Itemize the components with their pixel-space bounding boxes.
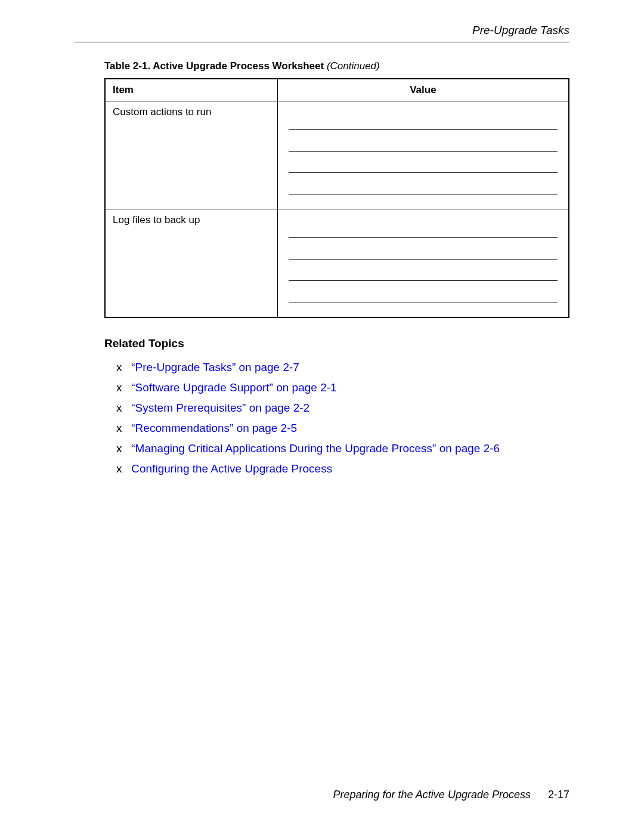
list-item: x Configuring the Active Upgrade Process xyxy=(116,462,569,475)
list-item: x “Software Upgrade Support” on page 2-1 xyxy=(116,381,569,394)
table-header-item: Item xyxy=(105,79,277,101)
table-cell-value xyxy=(277,101,569,209)
blank-line xyxy=(289,286,558,302)
worksheet-table: Item Value Custom actions to run Log fil… xyxy=(104,78,569,318)
topic-link[interactable]: Configuring the Active Upgrade Process xyxy=(131,462,332,475)
topic-link[interactable]: “Software Upgrade Support” on page 2-1 xyxy=(131,381,336,394)
table-caption-suffix: (Continued) xyxy=(327,60,380,72)
table-caption: Table 2-1. Active Upgrade Process Worksh… xyxy=(104,60,569,72)
list-item: x “Pre-Upgrade Tasks” on page 2-7 xyxy=(116,361,569,374)
footer-chapter: Preparing for the Active Upgrade Process xyxy=(333,789,531,801)
bullet-icon: x xyxy=(116,361,128,374)
bullet-icon: x xyxy=(116,442,128,455)
table-row: Log files to back up xyxy=(105,209,569,318)
related-topics-list: x “Pre-Upgrade Tasks” on page 2-7 x “Sof… xyxy=(116,361,569,475)
blank-line xyxy=(289,178,558,194)
table-caption-prefix: Table 2-1. Active Upgrade Process Worksh… xyxy=(104,60,327,72)
blank-line xyxy=(289,264,558,281)
related-topics-heading: Related Topics xyxy=(104,337,569,350)
list-item: x “Managing Critical Applications During… xyxy=(116,442,569,455)
topic-link[interactable]: “Recommendations” on page 2-5 xyxy=(131,422,297,434)
list-item: x “Recommendations” on page 2-5 xyxy=(116,422,569,435)
bullet-icon: x xyxy=(116,422,128,435)
list-item: x “System Prerequisites” on page 2-2 xyxy=(116,401,569,415)
table-cell-item: Log files to back up xyxy=(105,209,277,318)
footer-page-number: 2-17 xyxy=(548,789,569,801)
bullet-icon: x xyxy=(116,381,128,394)
blank-line xyxy=(289,135,558,152)
table-cell-item: Custom actions to run xyxy=(105,101,277,209)
bullet-icon: x xyxy=(116,462,128,475)
bullet-icon: x xyxy=(116,401,128,415)
table-row: Custom actions to run xyxy=(105,101,569,209)
page-footer: Preparing for the Active Upgrade Process… xyxy=(333,789,569,801)
table-header-value: Value xyxy=(277,79,569,101)
table-cell-value xyxy=(277,209,569,318)
topic-link[interactable]: “Pre-Upgrade Tasks” on page 2-7 xyxy=(131,361,299,373)
header-section-title: Pre-Upgrade Tasks xyxy=(75,24,569,42)
blank-line xyxy=(289,221,558,238)
table-header-row: Item Value xyxy=(105,79,569,101)
topic-link[interactable]: “System Prerequisites” on page 2-2 xyxy=(131,401,309,414)
blank-line xyxy=(289,243,558,259)
topic-link[interactable]: “Managing Critical Applications During t… xyxy=(131,442,500,455)
blank-line xyxy=(289,113,558,130)
blank-line xyxy=(289,156,558,173)
